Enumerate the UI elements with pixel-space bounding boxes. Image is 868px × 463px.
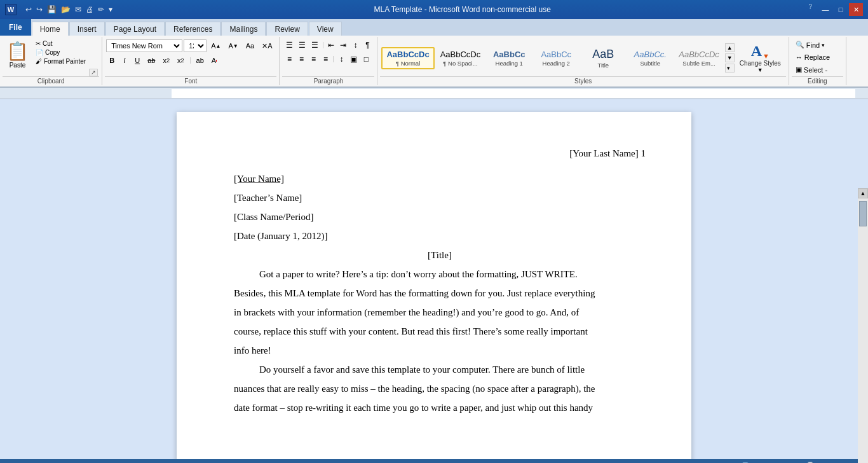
font-color-bar [216,60,217,62]
quick-access-toolbar: ↩ ↪ 💾 📂 ✉ 🖨 ✏ ▾ [22,4,116,15]
font-size-select[interactable]: 12 [184,39,207,52]
text-highlight-button[interactable]: ab [193,55,207,66]
change-case-button[interactable]: Aa [243,40,257,52]
clipboard-section: 📋 Paste ✂ Cut 📄 Copy 🖌 Format Painter [0,37,102,85]
style-no-spacing[interactable]: AaBbCcDc ¶ No Spaci... [436,48,485,69]
style-heading2[interactable]: AaBbCc Heading 2 [533,48,579,69]
find-button[interactable]: 🔍 Find ▾ [793,39,827,50]
styles-scroll-arrows: ▲ ▼ ▾ [725,43,735,73]
borders-button[interactable]: □ [360,53,372,65]
show-hide-button[interactable]: ¶ [362,39,373,51]
styles-scroll-down[interactable]: ▼ [725,53,735,62]
styles-label: Styles [380,76,785,85]
tab-mailings[interactable]: Mailings [221,22,266,36]
undo-button[interactable]: ↩ [24,4,33,15]
help-button[interactable]: ? [808,3,812,16]
replace-button[interactable]: ↔ Replace [793,52,832,62]
doc-para-3: in brackets with your information (remem… [234,303,646,322]
editing-section: 🔍 Find ▾ ↔ Replace ▣ Select - Editing [789,37,846,85]
select-button[interactable]: ▣ Select - [793,64,830,75]
justify-button[interactable]: ≡ [320,53,331,65]
styles-scroll-up[interactable]: ▲ [725,43,735,52]
tab-home[interactable]: Home [32,22,69,36]
increase-indent-button[interactable]: ⇥ [337,39,349,51]
editing-label: Editing [792,76,843,85]
style-title-label: Title [597,62,609,69]
change-styles-button[interactable]: A ▼ Change Styles ▼ [737,41,783,74]
clipboard-label: Clipboard [3,76,99,85]
style-heading1[interactable]: AaBbCc Heading 1 [486,48,532,69]
word-icon: W [5,4,17,15]
style-subtitle[interactable]: AaBbCc. Subtitle [627,48,673,69]
font-color-icon: A [212,57,216,64]
doc-para-4: course, replace this stuff with your con… [234,322,646,341]
style-heading1-preview: AaBbCc [493,50,526,59]
font-family-select[interactable]: Times New Rom [106,39,182,52]
cut-button[interactable]: ✂ Cut [34,39,88,48]
superscript-button[interactable]: x2 [174,55,187,66]
style-normal[interactable]: AaBbCcDc ¶ Normal [381,47,434,69]
file-tab[interactable]: File [0,19,31,36]
underline-button[interactable]: U [132,55,143,66]
tab-insert[interactable]: Insert [69,22,105,36]
redo-button[interactable]: ↪ [35,4,44,15]
decrease-indent-button[interactable]: ⇤ [325,39,337,51]
email-button[interactable]: ✉ [74,4,83,15]
style-heading2-preview: AaBbCc [541,50,571,59]
replace-icon: ↔ [796,53,803,61]
open-button[interactable]: 📂 [60,4,72,15]
para-divider-2 [333,56,334,62]
font-shrink-button[interactable]: A▼ [225,40,241,52]
style-title[interactable]: AaB Title [580,46,626,71]
minimize-button[interactable]: — [818,3,832,16]
numbering-button[interactable]: ☰ [296,39,308,51]
strikethrough-button[interactable]: ab [144,55,158,66]
style-subtle-em[interactable]: AaBbCcDc Subtle Em... [674,48,724,69]
maximize-button[interactable]: □ [834,3,848,16]
align-right-button[interactable]: ≡ [308,53,319,65]
tab-references[interactable]: References [165,22,220,36]
align-center-button[interactable]: ≡ [295,53,307,65]
sort-button[interactable]: ↕ [349,39,361,51]
ribbon: 📋 Paste ✂ Cut 📄 Copy 🖌 Format Painter [0,36,868,88]
style-subtitle-preview: AaBbCc. [634,50,667,59]
bold-button[interactable]: B [106,55,118,66]
paste-button[interactable]: 📋 Paste [4,39,31,70]
line-spacing-button[interactable]: ↕ [336,53,347,65]
print-button[interactable]: 🖨 [85,4,95,15]
align-left-button[interactable]: ≡ [283,53,295,65]
ruler-white-area [172,89,855,98]
close-button[interactable]: ✕ [849,3,863,16]
scroll-up-button[interactable]: ▲ [858,188,868,198]
clear-formatting-button[interactable]: ✕A [259,40,275,52]
style-subtitle-label: Subtitle [640,60,660,67]
vertical-scrollbar: ▲ △ ▽ ▼ [858,188,868,463]
copy-label: Copy [45,49,60,56]
bullets-button[interactable]: ☰ [283,39,295,51]
qat-dropdown[interactable]: ▾ [107,4,114,15]
format-painter-button[interactable]: 🖌 Format Painter [34,57,88,66]
title-bar-left: W ↩ ↪ 💾 📂 ✉ 🖨 ✏ ▾ [5,4,116,15]
change-styles-icon: A ▼ [751,43,770,60]
tab-review[interactable]: Review [266,22,308,36]
font-content: Times New Rom 12 A▲ A▼ Aa ✕A B I U ab x2 [105,38,276,76]
scrollbar-track[interactable] [858,198,868,463]
scrollbar-thumb[interactable] [859,201,867,226]
tab-page-layout[interactable]: Page Layout [105,22,165,36]
header-text: [Your Last Name] 1 [569,148,646,158]
draw-button[interactable]: ✏ [97,4,105,15]
copy-button[interactable]: 📄 Copy [34,48,88,57]
change-styles-dropdown: ▼ [757,67,763,73]
tab-view[interactable]: View [309,22,342,36]
subscript-button[interactable]: x2 [159,55,173,66]
italic-button[interactable]: I [119,55,130,66]
shading-button[interactable]: ▣ [348,53,360,65]
styles-more[interactable]: ▾ [725,64,735,73]
document-page: [Your Last Name] 1 [Your Name] [Teacher’… [177,112,691,459]
font-color-button[interactable]: A [208,55,220,66]
multilevel-button[interactable]: ☰ [309,39,321,51]
clipboard-expand-button[interactable]: ↗ [89,69,98,76]
save-button[interactable]: 💾 [46,4,58,15]
font-grow-button[interactable]: A▲ [208,40,224,52]
find-icon: 🔍 [796,41,804,49]
